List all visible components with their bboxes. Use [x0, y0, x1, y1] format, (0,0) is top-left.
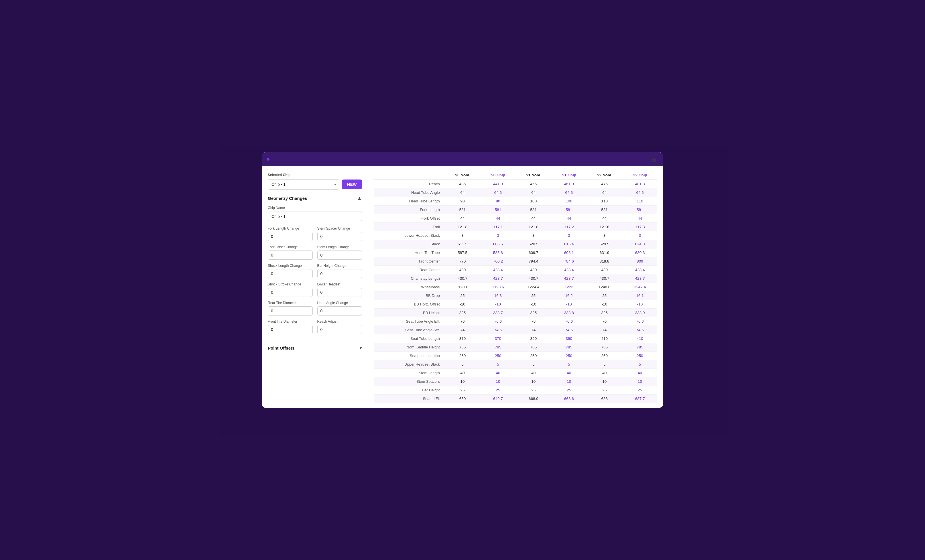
table-row: Seat Tube Length370370390390410410 — [374, 334, 657, 343]
cell-s1_chip: 250 — [551, 352, 586, 360]
selected-chip-label: Selected Chip — [268, 173, 362, 177]
cell-s2_chip: 333.9 — [622, 309, 657, 317]
cell-s0_chip: 16.3 — [481, 292, 515, 300]
point-offsets-collapse[interactable]: ▾ — [359, 345, 362, 351]
cell-s2_chip: 25 — [622, 386, 657, 394]
cell-s2_chip: 687.7 — [622, 394, 657, 403]
cell-s2_nom: 475 — [586, 180, 622, 188]
cell-s2_nom: -10 — [586, 300, 622, 309]
cell-s2_nom: 40 — [586, 369, 622, 377]
modal: ✕ Selected Chip Chip - 1 NEW Geometry — [262, 152, 663, 408]
field-input-front_tire_diameter[interactable] — [268, 325, 313, 334]
cell-s1_chip: 390 — [551, 334, 586, 343]
cell-label: BB Drop — [374, 292, 444, 300]
field-input-fork_offset_change[interactable] — [268, 250, 313, 260]
cell-s2_nom: 785 — [586, 343, 622, 352]
field-input-bar_height_change[interactable] — [317, 269, 362, 278]
field-group-bar_height_change: Bar Height Change — [317, 264, 362, 278]
cell-s0_nom: 611.5 — [444, 240, 481, 248]
cell-s2_nom: 631.9 — [586, 248, 622, 257]
cell-s2_chip: 1247.4 — [622, 283, 657, 292]
cell-s1_nom: 25 — [515, 292, 551, 300]
col-header-s1_chip: S1 Chip — [551, 171, 586, 180]
table-row: Nom. Saddle Height785785785785785785 — [374, 343, 657, 352]
cell-label: Seat Tube Angle Act. — [374, 326, 444, 334]
cell-s1_chip: 16.2 — [551, 292, 586, 300]
field-input-stem_length_change[interactable] — [317, 250, 362, 260]
field-input-stem_spacer_change[interactable] — [317, 232, 362, 241]
cell-label: BB Horz. Offset — [374, 300, 444, 309]
cell-s0_chip: 3 — [481, 231, 515, 240]
cell-s2_chip: 16.1 — [622, 292, 657, 300]
cell-s1_nom: 76 — [515, 317, 551, 326]
field-input-shock_length_change[interactable] — [268, 269, 313, 278]
cell-s2_chip: 481.8 — [622, 180, 657, 188]
point-offsets-title: Point Offsets — [268, 346, 294, 351]
cell-label: Trail — [374, 223, 444, 231]
table-row: Fork Offset444444444444 — [374, 214, 657, 223]
new-button[interactable]: NEW — [342, 179, 362, 189]
cell-label: Rear Center — [374, 266, 444, 274]
cell-s0_nom: 650 — [444, 394, 481, 403]
field-input-shock_stroke_change[interactable] — [268, 288, 313, 297]
cell-s0_chip: 649.7 — [481, 394, 515, 403]
field-input-reach_adjust[interactable] — [317, 325, 362, 334]
chip-dropdown[interactable]: Chip - 1 — [268, 179, 339, 190]
cell-s1_chip: 76.6 — [551, 317, 586, 326]
left-panel: Selected Chip Chip - 1 NEW Geometry Chan… — [262, 166, 368, 408]
cell-s0_chip: 76.6 — [481, 317, 515, 326]
cell-s0_nom: 325 — [444, 309, 481, 317]
cell-s1_nom: 1224.4 — [515, 283, 551, 292]
cell-s0_nom: 90 — [444, 197, 481, 206]
geometry-changes-collapse[interactable]: ▲ — [357, 195, 362, 201]
field-label-fork_offset_change: Fork Offset Change — [268, 245, 313, 249]
table-row: Rear Center430428.4430428.4430428.4 — [374, 266, 657, 274]
cell-s2_chip: 5 — [622, 360, 657, 369]
cell-s2_nom: 64 — [586, 188, 622, 197]
cell-label: Fork Length — [374, 206, 444, 214]
cell-s1_chip: 10 — [551, 377, 586, 386]
cell-s0_chip: 74.6 — [481, 326, 515, 334]
cell-s1_nom: 64 — [515, 188, 551, 197]
geometry-changes-title: Geometry Changes — [268, 196, 307, 201]
cell-s0_chip: -10 — [481, 300, 515, 309]
field-label-fork_length_change: Fork Length Change — [268, 226, 313, 230]
cell-s2_nom: 818.8 — [586, 257, 622, 266]
field-input-rear_tire_diameter[interactable] — [268, 306, 313, 316]
cell-s2_nom: 325 — [586, 309, 622, 317]
modal-body: Selected Chip Chip - 1 NEW Geometry Chan… — [262, 166, 663, 408]
field-group-front_tire_diameter: Front Tire Diameter — [268, 319, 313, 334]
cell-s2_nom: 25 — [586, 292, 622, 300]
field-input-lower_headset[interactable] — [317, 288, 362, 297]
field-label-lower_headset: Lower Headset — [317, 282, 362, 286]
cell-s0_nom: 76 — [444, 317, 481, 326]
cell-label: Seat Tube Length — [374, 334, 444, 343]
table-row: Head Tube Angle6464.66464.66464.6 — [374, 188, 657, 197]
cell-label: Fork Offset — [374, 214, 444, 223]
cell-s1_chip: 581 — [551, 206, 586, 214]
cell-label: Front Center — [374, 257, 444, 266]
cell-s2_chip: 117.3 — [622, 223, 657, 231]
cell-s0_chip: 760.2 — [481, 257, 515, 266]
cell-s1_nom: 100 — [515, 197, 551, 206]
cell-label: Reach — [374, 180, 444, 188]
col-header-s0_chip: S0 Chip — [481, 171, 515, 180]
field-label-front_tire_diameter: Front Tire Diameter — [268, 319, 313, 324]
cell-label: Seat Tube Angle Eff. — [374, 317, 444, 326]
table-row: Bar Height252525252525 — [374, 386, 657, 394]
geometry-table: S0 Nom.S0 ChipS1 Nom.S1 ChipS2 Nom.S2 Ch… — [374, 171, 657, 403]
chip-name-input[interactable] — [268, 212, 362, 221]
field-input-head_angle_change[interactable] — [317, 306, 362, 316]
chip-name-label: Chip Name — [268, 206, 362, 210]
field-group-stem_spacer_change: Stem Spacer Change — [317, 226, 362, 241]
cell-s1_chip: 428.4 — [551, 266, 586, 274]
close-button[interactable]: ✕ — [651, 157, 657, 164]
point-offsets-section: Point Offsets ▾ — [268, 340, 362, 351]
cell-s1_nom: 44 — [515, 214, 551, 223]
cell-s0_nom: 587.5 — [444, 248, 481, 257]
field-input-fork_length_change[interactable] — [268, 232, 313, 241]
cell-s2_nom: 250 — [586, 352, 622, 360]
cell-label: Stem Spacers — [374, 377, 444, 386]
field-group-lower_headset: Lower Headset — [317, 282, 362, 297]
geometry-changes-header: Geometry Changes ▲ — [268, 195, 362, 201]
